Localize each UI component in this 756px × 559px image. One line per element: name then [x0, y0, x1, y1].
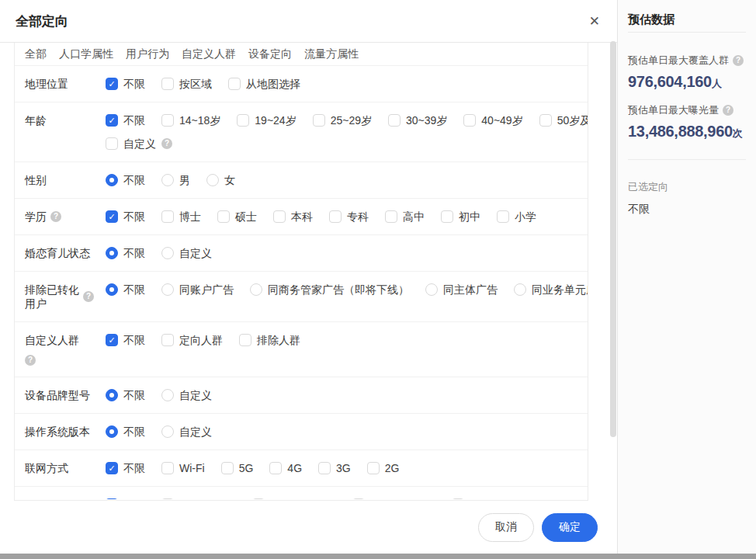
option[interactable]: 同账户广告 — [161, 283, 234, 297]
tab-1[interactable]: 人口学属性 — [59, 47, 113, 61]
option[interactable]: ✓不限 — [106, 77, 145, 91]
row-label-text: 排除已转化 用户 — [25, 283, 79, 311]
radio-icon — [514, 283, 526, 296]
tab-4[interactable]: 设备定向 — [248, 47, 292, 61]
option[interactable]: 19~24岁 — [237, 113, 296, 127]
close-icon[interactable]: ✕ — [589, 15, 600, 28]
option[interactable]: 按区域 — [161, 77, 212, 91]
option[interactable]: 从地图选择 — [228, 77, 300, 91]
option[interactable]: 博士 — [161, 210, 201, 224]
option[interactable]: ✓不限 — [106, 461, 145, 475]
checkbox-icon — [239, 334, 251, 346]
checkbox-icon — [106, 137, 118, 150]
option[interactable]: 同主体广告 — [425, 283, 498, 297]
option[interactable]: 高中 — [385, 210, 425, 224]
option[interactable]: 不限 — [106, 388, 145, 402]
option[interactable]: 不限 — [106, 425, 145, 439]
help-icon[interactable]: ? — [50, 211, 61, 222]
option[interactable]: 4500元以上 — [161, 498, 236, 499]
help-icon[interactable]: ? — [723, 105, 733, 116]
estimate-panel-title: 预估数据 — [628, 0, 746, 27]
option[interactable]: ✓不限 — [106, 210, 145, 224]
option[interactable]: 自定义 — [161, 246, 212, 260]
targeting-row: 性别不限男女 — [15, 162, 588, 199]
tab-3[interactable]: 自定义人群 — [182, 47, 236, 61]
option[interactable]: 同业务单元广告 — [514, 283, 588, 297]
option[interactable]: 自定义? — [106, 137, 172, 151]
option[interactable]: 1500~2500元 — [452, 498, 535, 499]
row-label: 设备价格 — [25, 498, 106, 499]
checkbox-icon — [221, 462, 234, 474]
tab-2[interactable]: 用户行为 — [126, 47, 169, 61]
option-label: 不限 — [123, 498, 145, 499]
option[interactable]: 同商务管家广告（即将下线） — [250, 283, 409, 297]
option-label: 从地图选择 — [246, 77, 300, 91]
confirm-button[interactable]: 确定 — [542, 513, 598, 542]
option[interactable]: 自定义 — [161, 388, 212, 402]
row-label: 婚恋育儿状态 — [25, 246, 106, 260]
option[interactable]: 男 — [161, 173, 190, 187]
help-icon[interactable]: ? — [161, 138, 172, 149]
option[interactable]: 定向人群 — [161, 333, 223, 347]
option-label: 博士 — [179, 210, 201, 224]
option[interactable]: 不限 — [106, 283, 145, 297]
option[interactable]: 专科 — [329, 210, 369, 224]
option[interactable]: 不限 — [106, 173, 145, 187]
option[interactable]: ✓不限 — [106, 333, 145, 347]
option[interactable]: 14~18岁 — [161, 113, 220, 127]
option-label: 3500~4500元 — [270, 498, 335, 499]
option-label: 25~29岁 — [331, 113, 372, 127]
checkbox-icon — [252, 498, 265, 499]
option[interactable]: 2G — [367, 461, 400, 475]
option-label: 2G — [385, 461, 400, 475]
option[interactable]: 排除人群 — [239, 333, 300, 347]
option[interactable]: 40~49岁 — [463, 113, 522, 127]
option[interactable]: 女 — [206, 173, 235, 187]
row-label-text: 自定义人群 — [25, 334, 79, 346]
option[interactable]: 50岁及以上 — [539, 113, 588, 127]
option[interactable]: 2500~3500元 — [352, 498, 435, 499]
checkbox-icon — [385, 210, 397, 223]
option[interactable]: Wi-Fi — [161, 461, 205, 475]
option[interactable]: 硕士 — [217, 210, 257, 224]
option[interactable]: ✓不限 — [106, 498, 145, 499]
scrollbar-thumb[interactable] — [610, 41, 616, 437]
checkbox-icon — [318, 462, 331, 474]
option[interactable]: 3500~4500元 — [252, 498, 335, 499]
radio-icon — [106, 283, 118, 296]
option[interactable]: 自定义 — [161, 425, 212, 439]
radio-icon — [106, 247, 118, 259]
row-label: 操作系统版本 — [25, 425, 106, 439]
tab-0[interactable]: 全部 — [25, 47, 47, 61]
panel-divider — [628, 32, 746, 33]
tab-5[interactable]: 流量方属性 — [304, 47, 359, 61]
option[interactable]: 不限 — [106, 246, 145, 260]
option-label: 按区域 — [179, 77, 212, 91]
stat-value: 976,604,160人 — [628, 71, 746, 94]
option[interactable]: 5G — [221, 461, 254, 475]
cancel-button[interactable]: 取消 — [478, 513, 534, 542]
row-label-text: 学历 — [25, 210, 47, 224]
option[interactable]: 25~29岁 — [313, 113, 372, 127]
targeting-row: 操作系统版本不限自定义 — [15, 414, 588, 450]
help-icon[interactable]: ? — [25, 355, 36, 366]
option[interactable]: ✓不限 — [106, 113, 145, 127]
option[interactable]: 小学 — [497, 210, 536, 224]
row-label-text: 操作系统版本 — [25, 425, 90, 438]
option-label: 不限 — [123, 283, 145, 297]
row-label: 联网方式 — [25, 461, 106, 475]
option[interactable]: 3G — [318, 461, 351, 475]
option[interactable]: 初中 — [441, 210, 480, 224]
option-label: 同业务单元广告 — [532, 283, 588, 297]
option[interactable]: 4G — [269, 461, 302, 475]
option[interactable]: 本科 — [273, 210, 313, 224]
option-label: 不限 — [123, 246, 145, 260]
help-icon[interactable]: ? — [733, 55, 744, 66]
row-label: 自定义人群? — [25, 333, 106, 366]
targeting-modal: 全部定向 ✕ 全部人口学属性用户行为自定义人群设备定向流量方属性 地理位置✓不限… — [0, 0, 617, 554]
row-label-text: 性别 — [25, 174, 47, 186]
help-icon[interactable]: ? — [83, 291, 94, 302]
row-label: 地理位置 — [25, 77, 106, 91]
checkbox-icon — [217, 210, 230, 223]
option[interactable]: 30~39岁 — [388, 113, 447, 127]
